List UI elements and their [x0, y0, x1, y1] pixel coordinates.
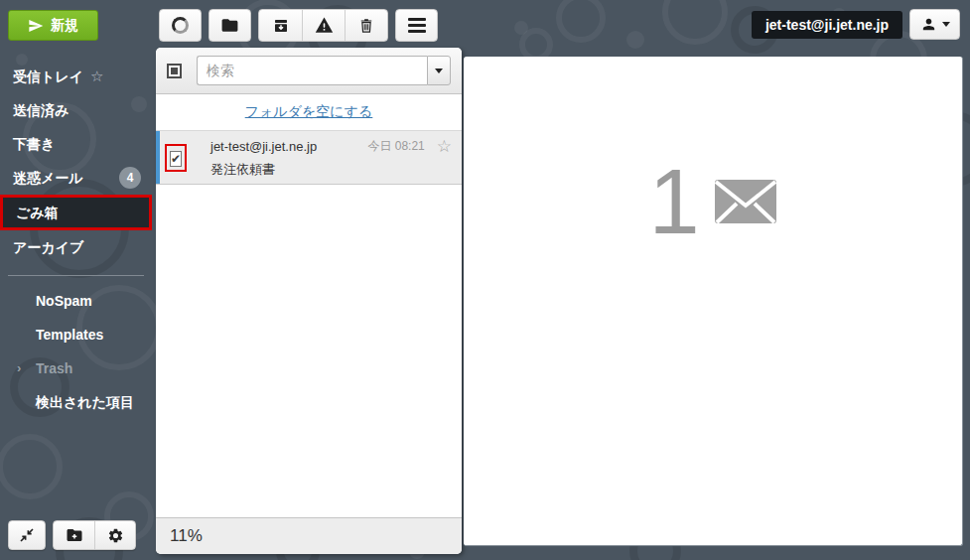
compose-button[interactable]: 新規 — [8, 10, 98, 41]
archive-button[interactable] — [259, 10, 302, 41]
sidebar-footer — [8, 520, 136, 550]
folder-label: Trash — [36, 360, 72, 376]
envelope-icon — [714, 179, 777, 224]
new-folder-icon — [66, 526, 83, 544]
star-icon[interactable]: ☆ — [437, 138, 452, 155]
message-list-item[interactable]: ✔ jet-test@ji.jet.ne.jp 今日 08:21 ☆ 発注依頼書 — [156, 131, 462, 185]
refresh-button[interactable] — [159, 9, 202, 42]
message-actions-group — [258, 9, 388, 42]
message-list-pane: フォルダを空にする ✔ jet-test@ji.jet.ne.jp 今日 08:… — [156, 48, 462, 554]
sidebar-item-drafts[interactable]: 下書き — [0, 127, 154, 161]
select-all-checkbox[interactable] — [167, 64, 182, 78]
chevron-right-icon[interactable]: › — [17, 351, 21, 385]
folder-label: 下書き — [13, 136, 55, 152]
empty-folder-link[interactable]: フォルダを空にする — [245, 103, 373, 121]
zoom-level: 11% — [170, 526, 203, 546]
message-date: 今日 08:21 — [367, 138, 424, 155]
folder-label: 検出された項目 — [36, 394, 134, 410]
list-pane-header — [156, 48, 462, 94]
sidebar-item-trash[interactable]: ごみ箱 — [0, 195, 152, 230]
delete-icon — [357, 17, 375, 35]
message-count-display: 1 — [648, 156, 776, 247]
list-pane-footer: 11% — [156, 517, 462, 554]
search-options-button[interactable] — [427, 56, 451, 85]
sidebar-item-inbox[interactable]: 受信トレイ☆ — [0, 60, 154, 93]
message-summary: jet-test@ji.jet.ne.jp 今日 08:21 ☆ 発注依頼書 — [210, 138, 452, 179]
checkbox-annotation-box: ✔ — [165, 144, 187, 172]
move-to-folder-button[interactable] — [208, 9, 251, 42]
message-count: 1 — [648, 156, 699, 247]
send-icon — [28, 18, 44, 34]
folder-label: Templates — [36, 327, 103, 343]
folder-label: 受信トレイ — [13, 69, 83, 84]
folder-icon — [220, 16, 239, 35]
sidebar: 新規 受信トレイ☆ 送信済み 下書き 迷惑メール 4 ごみ箱 アーカイブ NoS… — [0, 0, 154, 560]
folder-label: ごみ箱 — [16, 205, 59, 220]
collapse-icon — [19, 527, 35, 543]
gear-icon — [107, 527, 124, 544]
account-email-display: jet-test@ji.jet.ne.jp — [752, 11, 902, 39]
settings-button[interactable] — [94, 521, 135, 549]
reading-pane: 1 — [464, 57, 963, 546]
folder-label: アーカイブ — [13, 239, 83, 255]
person-icon — [920, 16, 937, 33]
mail-toolbar — [159, 9, 438, 42]
star-icon[interactable]: ☆ — [90, 68, 103, 84]
spam-button[interactable] — [302, 10, 345, 41]
empty-folder-row: フォルダを空にする — [156, 94, 462, 131]
sidebar-item-templates[interactable]: Templates — [0, 318, 154, 351]
sidebar-item-detected[interactable]: 検出された項目 — [0, 385, 154, 419]
message-sender: jet-test@ji.jet.ne.jp — [210, 139, 367, 154]
folder-label: NoSpam — [36, 293, 92, 309]
more-actions-button[interactable] — [395, 9, 438, 42]
folder-label: 送信済み — [13, 102, 69, 118]
unread-stripe — [156, 131, 160, 184]
account-menu-button[interactable] — [909, 9, 960, 40]
collapse-sidebar-button[interactable] — [8, 520, 46, 550]
search-input[interactable] — [197, 56, 427, 85]
sidebar-item-trash-custom[interactable]: › Trash — [0, 351, 154, 385]
sidebar-footer-group — [53, 520, 136, 550]
archive-icon — [272, 17, 290, 35]
message-checkbox[interactable]: ✔ — [170, 151, 182, 167]
delete-button[interactable] — [345, 10, 387, 41]
chevron-down-icon — [435, 69, 443, 73]
compose-label: 新規 — [51, 17, 78, 35]
sidebar-divider — [8, 275, 144, 276]
spam-warning-icon — [315, 16, 334, 35]
unread-count-badge: 4 — [119, 167, 141, 189]
sidebar-item-nospam[interactable]: NoSpam — [0, 284, 154, 318]
sidebar-item-spam[interactable]: 迷惑メール 4 — [0, 161, 154, 195]
new-folder-button[interactable] — [54, 521, 94, 549]
menu-icon — [408, 18, 426, 33]
refresh-icon — [172, 17, 189, 34]
folder-list: 受信トレイ☆ 送信済み 下書き 迷惑メール 4 ごみ箱 アーカイブ NoSpam… — [0, 60, 154, 419]
sidebar-item-sent[interactable]: 送信済み — [0, 93, 154, 127]
chevron-down-icon — [942, 22, 950, 27]
message-subject: 発注依頼書 — [210, 161, 452, 179]
folder-label: 迷惑メール — [13, 170, 83, 186]
sidebar-item-archive[interactable]: アーカイブ — [0, 230, 154, 264]
